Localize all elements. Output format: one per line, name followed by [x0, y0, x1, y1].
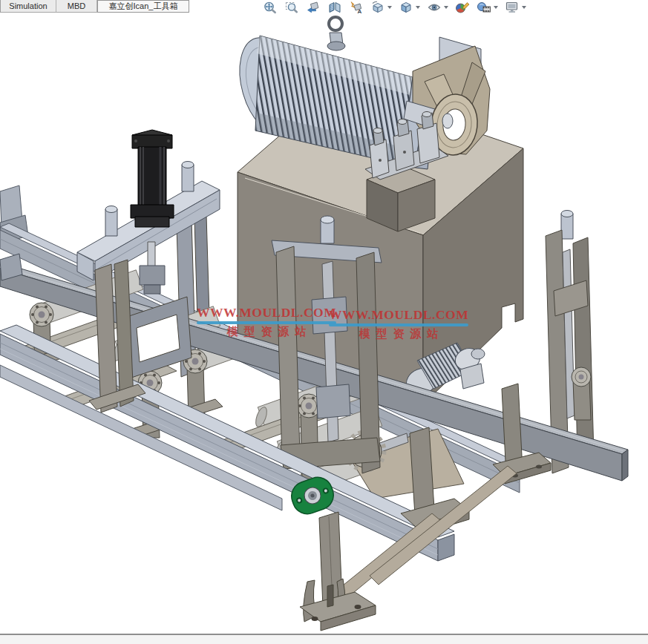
- dynamic-annotation-views-icon[interactable]: A: [349, 0, 364, 15]
- tab-simulation[interactable]: Simulation: [0, 0, 56, 13]
- dropdown-caret-icon[interactable]: [522, 6, 526, 9]
- dropdown-caret-icon[interactable]: [416, 6, 420, 9]
- section-view-icon[interactable]: [327, 0, 342, 15]
- dropdown-caret-icon[interactable]: [387, 6, 392, 9]
- view-orientation-button[interactable]: [370, 0, 392, 15]
- commandmanager-tab-bar: Simulation MBD 嘉立创Ican_工具箱: [0, 0, 189, 13]
- press-cylinder: [131, 130, 174, 294]
- 3d-viewport[interactable]: WWW.MOULDL.COM 模型资源站 WWW.MOULDL.COM 模型资源…: [0, 0, 648, 644]
- hide-show-items-button[interactable]: [427, 0, 448, 15]
- view-settings-button[interactable]: [505, 0, 526, 15]
- tab-mbd[interactable]: MBD: [56, 0, 97, 13]
- edit-appearance-icon[interactable]: [455, 0, 470, 15]
- svg-text:A: A: [358, 8, 362, 14]
- dropdown-caret-icon[interactable]: [444, 6, 448, 9]
- heads-up-view-toolbar: A: [263, 0, 526, 15]
- dropdown-caret-icon[interactable]: [494, 6, 498, 9]
- model-scene: [0, 0, 648, 644]
- status-bar: [0, 634, 648, 644]
- cad-application-window: WWW.MOULDL.COM 模型资源站 WWW.MOULDL.COM 模型资源…: [0, 0, 648, 644]
- previous-view-icon[interactable]: [306, 0, 321, 15]
- eye-bolt: [327, 17, 345, 50]
- zoom-to-area-icon[interactable]: [284, 0, 299, 15]
- tab-jlc-toolbox[interactable]: 嘉立创Ican_工具箱: [97, 0, 189, 13]
- hide-show-items-icon: [427, 1, 442, 14]
- apply-scene-icon: [477, 1, 491, 14]
- view-settings-icon: [505, 1, 520, 14]
- display-style-icon: [399, 1, 413, 14]
- view-orientation-icon: [370, 1, 385, 14]
- display-style-button[interactable]: [399, 0, 420, 15]
- apply-scene-button[interactable]: [477, 0, 498, 15]
- zoom-to-fit-icon[interactable]: [263, 0, 278, 15]
